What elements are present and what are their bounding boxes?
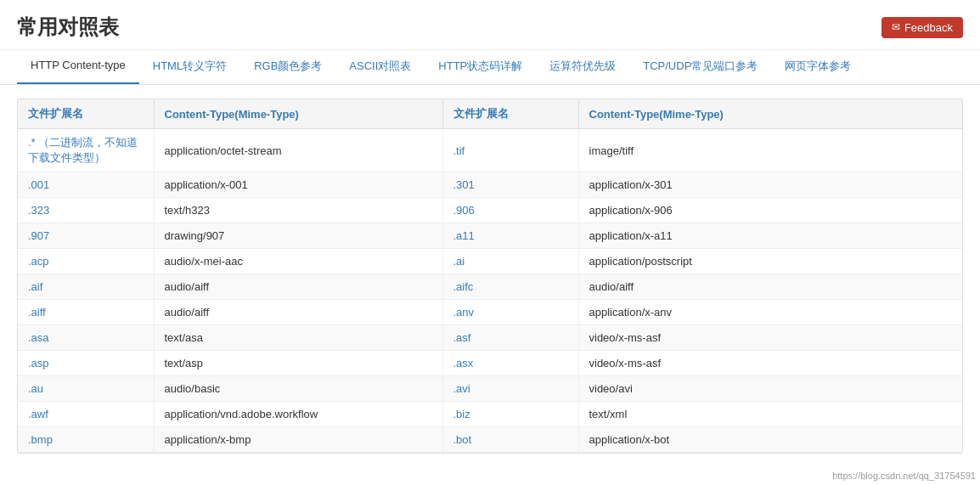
mime1-cell: audio/aiff [154, 300, 442, 325]
ext2-cell: .asx [442, 351, 578, 376]
mime2-cell: application/x-bot [578, 427, 962, 453]
ext1-cell: .awf [18, 402, 154, 427]
tab-bar: HTTP Content-typeHTML转义字符RGB颜色参考ASCII对照表… [0, 50, 980, 85]
ext1-cell: .907 [18, 223, 154, 249]
mime2-cell: audio/aiff [578, 274, 962, 300]
mime2-cell: video/x-ms-asf [578, 351, 962, 376]
table-row: .acpaudio/x-mei-aac.aiapplication/postsc… [18, 249, 962, 274]
mime2-cell: application/x-a11 [578, 223, 962, 249]
table-body: .* （二进制流，不知道下载文件类型）application/octet-str… [18, 129, 962, 453]
ext2-cell: .bot [442, 427, 578, 453]
mime1-cell: application/vnd.adobe.workflow [154, 402, 442, 427]
data-table-container: 文件扩展名 Content-Type(Mime-Type) 文件扩展名 Cont… [17, 99, 963, 454]
mime1-cell: drawing/907 [154, 223, 442, 249]
feedback-button[interactable]: ✉ Feedback [881, 17, 963, 38]
tab-item-6[interactable]: TCP/UDP常见端口参考 [629, 50, 771, 84]
tab-item-1[interactable]: HTML转义字符 [139, 50, 240, 84]
ext2-cell: .asf [442, 325, 578, 351]
col-mime2: Content-Type(Mime-Type) [578, 99, 962, 129]
table-row: .001application/x-001.301application/x-3… [18, 172, 962, 198]
mail-icon: ✉ [892, 21, 900, 33]
table-row: .323text/h323.906application/x-906 [18, 198, 962, 223]
page-title: 常用对照表 [17, 14, 119, 41]
mime2-cell: application/x-906 [578, 198, 962, 223]
mime1-cell: audio/aiff [154, 274, 442, 300]
ext1-cell: .aif [18, 274, 154, 300]
mime2-cell: video/avi [578, 376, 962, 402]
ext1-cell: .aiff [18, 300, 154, 325]
mime2-cell: text/xml [578, 402, 962, 427]
ext1-cell: .bmp [18, 427, 154, 453]
mime2-cell: video/x-ms-asf [578, 325, 962, 351]
mime1-cell: text/asp [154, 351, 442, 376]
mime1-cell: application/x-bmp [154, 427, 442, 453]
ext2-cell: .biz [442, 402, 578, 427]
tab-item-5[interactable]: 运算符优先级 [536, 50, 629, 84]
table-row: .aiffaudio/aiff.anvapplication/x-anv [18, 300, 962, 325]
feedback-label: Feedback [904, 21, 953, 34]
ext1-cell: .au [18, 376, 154, 402]
ext1-cell: .001 [18, 172, 154, 198]
mime1-cell: application/octet-stream [154, 129, 442, 172]
ext1-cell: .* （二进制流，不知道下载文件类型） [18, 129, 154, 172]
ext2-cell: .anv [442, 300, 578, 325]
tab-item-4[interactable]: HTTP状态码详解 [425, 50, 536, 84]
page-header: 常用对照表 ✉ Feedback [0, 0, 980, 50]
mime2-cell: application/x-301 [578, 172, 962, 198]
table-row: .awfapplication/vnd.adobe.workflow.bizte… [18, 402, 962, 427]
table-row: .asatext/asa.asfvideo/x-ms-asf [18, 325, 962, 351]
mime2-cell: application/x-anv [578, 300, 962, 325]
ext1-cell: .323 [18, 198, 154, 223]
col-ext2: 文件扩展名 [442, 99, 578, 129]
table-row: .asptext/asp.asxvideo/x-ms-asf [18, 351, 962, 376]
col-ext1: 文件扩展名 [18, 99, 154, 129]
ext1-cell: .acp [18, 249, 154, 274]
ext2-cell: .a11 [442, 223, 578, 249]
ext2-cell: .avi [442, 376, 578, 402]
mime1-cell: audio/x-mei-aac [154, 249, 442, 274]
mime2-cell: image/tiff [578, 129, 962, 172]
ext1-cell: .asp [18, 351, 154, 376]
tab-item-2[interactable]: RGB颜色参考 [240, 50, 335, 84]
main-content: 文件扩展名 Content-Type(Mime-Type) 文件扩展名 Cont… [0, 85, 980, 467]
tab-item-0[interactable]: HTTP Content-type [17, 50, 139, 84]
table-header-row: 文件扩展名 Content-Type(Mime-Type) 文件扩展名 Cont… [18, 99, 962, 129]
table-row: .* （二进制流，不知道下载文件类型）application/octet-str… [18, 129, 962, 172]
table-row: .907drawing/907.a11application/x-a11 [18, 223, 962, 249]
ext1-cell: .asa [18, 325, 154, 351]
tab-item-3[interactable]: ASCII对照表 [335, 50, 425, 84]
col-mime1: Content-Type(Mime-Type) [154, 99, 442, 129]
ext2-cell: .906 [442, 198, 578, 223]
table-row: .auaudio/basic.avivideo/avi [18, 376, 962, 402]
mime1-cell: audio/basic [154, 376, 442, 402]
ext2-cell: .ai [442, 249, 578, 274]
tab-item-7[interactable]: 网页字体参考 [771, 50, 865, 84]
ext2-cell: .tif [442, 129, 578, 172]
mime-type-table: 文件扩展名 Content-Type(Mime-Type) 文件扩展名 Cont… [18, 99, 962, 453]
ext2-cell: .aifc [442, 274, 578, 300]
mime1-cell: text/asa [154, 325, 442, 351]
table-header: 文件扩展名 Content-Type(Mime-Type) 文件扩展名 Cont… [18, 99, 962, 129]
mime1-cell: text/h323 [154, 198, 442, 223]
table-row: .bmpapplication/x-bmp.botapplication/x-b… [18, 427, 962, 453]
table-row: .aifaudio/aiff.aifcaudio/aiff [18, 274, 962, 300]
mime1-cell: application/x-001 [154, 172, 442, 198]
ext2-cell: .301 [442, 172, 578, 198]
mime2-cell: application/postscript [578, 249, 962, 274]
